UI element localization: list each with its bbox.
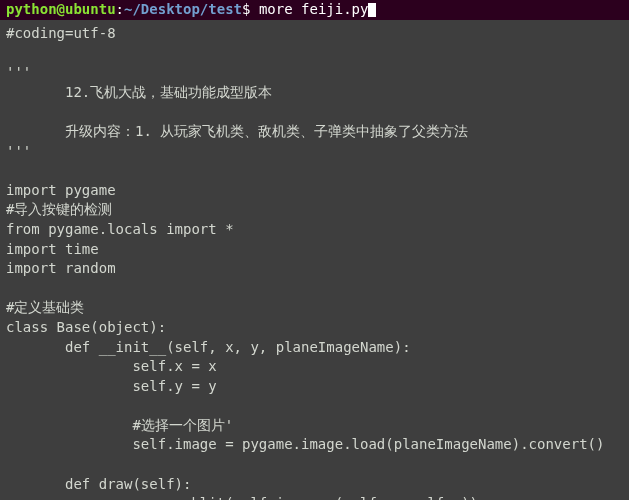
code-line: from pygame.locals import * bbox=[6, 220, 623, 240]
code-line: ''' bbox=[6, 142, 623, 162]
code-line: 升级内容：1. 从玩家飞机类、敌机类、子弹类中抽象了父类方法 bbox=[6, 122, 623, 142]
code-line: import time bbox=[6, 240, 623, 260]
code-line: self.y = y bbox=[6, 377, 623, 397]
code-line: 12.飞机大战，基础功能成型版本 bbox=[6, 83, 623, 103]
prompt-line: python@ubuntu:~/Desktop/test$ more feiji… bbox=[0, 0, 629, 20]
code-line: screen.blit(self.image, (self.x, self.y)… bbox=[6, 494, 623, 500]
code-line bbox=[6, 102, 623, 122]
code-line bbox=[6, 396, 623, 416]
code-line: ''' bbox=[6, 63, 623, 83]
prompt-sep: : bbox=[116, 0, 124, 20]
code-line: #导入按键的检测 bbox=[6, 200, 623, 220]
cursor bbox=[368, 3, 376, 17]
code-line: import random bbox=[6, 259, 623, 279]
prompt-path: ~/Desktop/test bbox=[124, 0, 242, 20]
terminal-window: python@ubuntu:~/Desktop/test$ more feiji… bbox=[0, 0, 629, 500]
code-line: import pygame bbox=[6, 181, 623, 201]
code-line bbox=[6, 455, 623, 475]
code-line bbox=[6, 279, 623, 299]
prompt-user: python@ubuntu bbox=[6, 0, 116, 20]
code-line: #coding=utf-8 bbox=[6, 24, 623, 44]
prompt-dollar: $ bbox=[242, 0, 250, 20]
code-line: #选择一个图片' bbox=[6, 416, 623, 436]
code-line: class Base(object): bbox=[6, 318, 623, 338]
code-line bbox=[6, 44, 623, 64]
code-line: def __init__(self, x, y, planeImageName)… bbox=[6, 338, 623, 358]
code-line: def draw(self): bbox=[6, 475, 623, 495]
code-line: self.x = x bbox=[6, 357, 623, 377]
file-content[interactable]: #coding=utf-8''' 12.飞机大战，基础功能成型版本 升级内容：1… bbox=[0, 20, 629, 500]
prompt-command[interactable]: more feiji.py bbox=[250, 0, 368, 20]
code-line: self.image = pygame.image.load(planeImag… bbox=[6, 435, 623, 455]
code-line: #定义基础类 bbox=[6, 298, 623, 318]
code-line bbox=[6, 161, 623, 181]
